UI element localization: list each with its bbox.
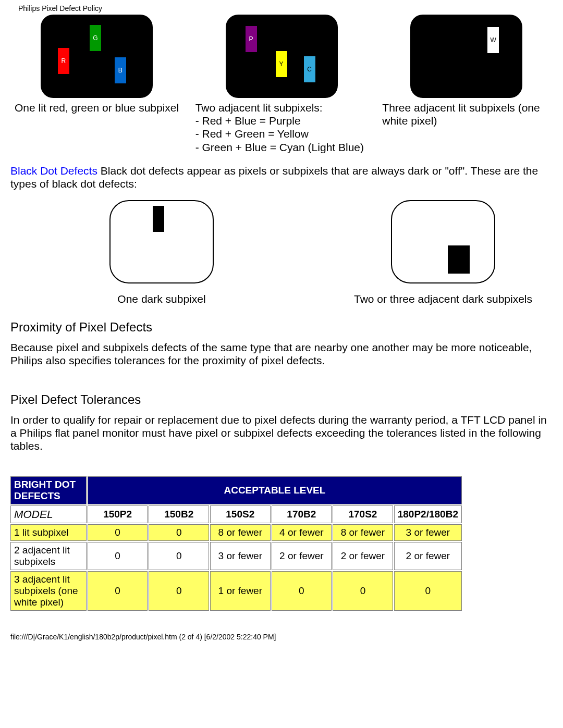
model-150b2: 150B2 (149, 505, 209, 523)
black-dot-lead: Black Dot Defects (10, 165, 97, 177)
subpixel-white: W (487, 27, 499, 53)
bright-diagram-white: W (410, 15, 522, 98)
subpixel-cyan: C (304, 56, 315, 82)
bright-col-2: P Y C Two adjacent lit subpixels: - Red … (195, 15, 368, 154)
th-bright-dot-defects: BRIGHT DOT DEFECTS (10, 476, 87, 504)
dark-figure-1: One dark subpixel (52, 198, 271, 305)
table-row: 1 lit subpixel 0 0 8 or fewer 4 or fewer… (10, 524, 462, 541)
r1-c6: 3 or fewer (394, 524, 462, 541)
subpixel-green: G (90, 25, 101, 51)
dark-diagram-one (107, 198, 216, 286)
bright-diagram-pyc: P Y C (226, 15, 338, 98)
bright-caption-1: One lit red, green or blue subpixel (10, 101, 183, 114)
table-header-row: BRIGHT DOT DEFECTS ACCEPTABLE LEVEL (10, 476, 462, 504)
r1-label: 1 lit subpixel (10, 524, 87, 541)
dark-caption-1: One dark subpixel (52, 293, 271, 305)
subpixel-red: R (58, 48, 69, 74)
subpixel-blue: B (115, 57, 126, 83)
tolerances-text: In order to qualify for repair or replac… (0, 407, 563, 455)
r3-c2: 0 (149, 571, 209, 611)
proximity-text: Because pixel and subpixels defects of t… (0, 335, 563, 369)
r2-c3: 3 or fewer (210, 542, 271, 570)
r3-c5: 0 (333, 571, 393, 611)
subpixel-purple: P (246, 26, 257, 52)
r3-label: 3 adjacent lit subpixels (one white pixe… (10, 571, 87, 611)
r1-c2: 0 (149, 524, 209, 541)
bright-caption-2: Two adjacent lit subpixels: - Red + Blue… (195, 101, 368, 154)
dark-figure-2: Two or three adjacent dark subpixels (334, 198, 553, 305)
r2-c5: 2 or fewer (333, 542, 393, 570)
svg-rect-2 (391, 201, 495, 283)
dark-dot-illustrations: One dark subpixel Two or three adjacent … (0, 192, 563, 305)
page-header-title: Philips Pixel Defect Policy (0, 0, 563, 15)
r3-c3: 1 or fewer (210, 571, 271, 611)
r1-c5: 8 or fewer (333, 524, 393, 541)
r1-c1: 0 (88, 524, 148, 541)
model-150p2: 150P2 (88, 505, 148, 523)
model-170s2: 170S2 (333, 505, 393, 523)
model-170b2: 170B2 (272, 505, 332, 523)
th-acceptable-level: ACCEPTABLE LEVEL (88, 476, 462, 504)
r1-c3: 8 or fewer (210, 524, 271, 541)
bright-caption-2-line3: - Red + Green = Yellow (195, 127, 368, 140)
svg-rect-3 (448, 245, 470, 274)
r1-c4: 4 or fewer (272, 524, 332, 541)
r2-c1: 0 (88, 542, 148, 570)
tolerances-heading: Pixel Defect Tolerances (0, 369, 563, 407)
r2-c4: 2 or fewer (272, 542, 332, 570)
dark-caption-2: Two or three adjacent dark subpixels (334, 293, 553, 305)
svg-rect-1 (153, 206, 164, 232)
proximity-heading: Proximity of Pixel Defects (0, 305, 563, 335)
subpixel-yellow: Y (276, 51, 287, 77)
r2-c6: 2 or fewer (394, 542, 462, 570)
black-dot-paragraph: Black Dot Defects Black dot defects appe… (0, 154, 563, 192)
bright-col-1: R G B One lit red, green or blue subpixe… (10, 15, 183, 154)
bright-caption-2-line4: - Green + Blue = Cyan (Light Blue) (195, 141, 368, 154)
table-model-row: MODEL 150P2 150B2 150S2 170B2 170S2 180P… (10, 505, 462, 523)
table-row: 3 adjacent lit subpixels (one white pixe… (10, 571, 462, 611)
bright-caption-3: Three adjacent lit subpixels (one white … (380, 101, 553, 127)
r2-c2: 0 (149, 542, 209, 570)
bright-diagram-rgb: R G B (41, 15, 153, 98)
r2-label: 2 adjacent lit subpixels (10, 542, 87, 570)
dark-diagram-multi (388, 198, 498, 286)
table-row: 2 adjacent lit subpixels 0 0 3 or fewer … (10, 542, 462, 570)
r3-c1: 0 (88, 571, 148, 611)
model-180p2-180b2: 180P2/180B2 (394, 505, 462, 523)
page-footer: file:///D|/Grace/K1/english/180b2p/produ… (0, 612, 563, 646)
bright-col-3: W Three adjacent lit subpixels (one whit… (380, 15, 553, 154)
bright-caption-2-line1: Two adjacent lit subpixels: (195, 101, 368, 114)
model-150s2: 150S2 (210, 505, 271, 523)
tolerance-table: BRIGHT DOT DEFECTS ACCEPTABLE LEVEL MODE… (9, 475, 463, 612)
bright-caption-2-line2: - Red + Blue = Purple (195, 114, 368, 127)
r3-c4: 0 (272, 571, 332, 611)
r3-c6: 0 (394, 571, 462, 611)
bright-dot-illustrations: R G B One lit red, green or blue subpixe… (0, 15, 563, 154)
th-model: MODEL (10, 505, 87, 523)
